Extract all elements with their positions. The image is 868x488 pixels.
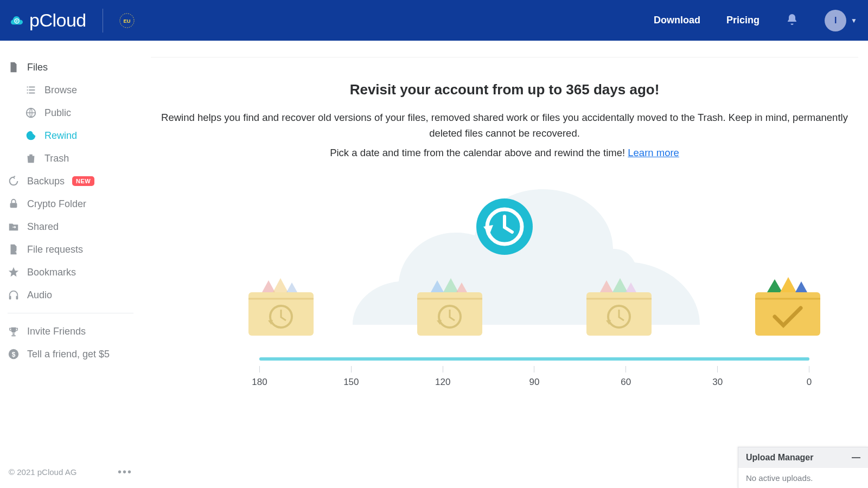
list-icon [25, 84, 37, 96]
timeline-slider[interactable]: 180 150 120 90 60 30 0 [259, 357, 809, 373]
divider [8, 313, 133, 313]
account-menu[interactable]: I ▼ [825, 10, 857, 31]
more-icon[interactable]: ••• [118, 466, 132, 478]
sidebar-label-audio: Audio [27, 290, 52, 301]
upload-manager-body: No active uploads. [738, 468, 868, 488]
tick-label: 120 [435, 377, 450, 388]
sidebar-label-trash: Trash [44, 153, 69, 164]
sidebar-item-public[interactable]: Public [0, 101, 141, 124]
svg-rect-9 [16, 296, 18, 299]
globe-icon [25, 107, 37, 119]
sidebar-item-backups[interactable]: Backups NEW [0, 170, 141, 192]
chevron-down-icon: ▼ [851, 17, 857, 24]
svg-text:$: $ [12, 351, 16, 358]
slider-ticks: 180 150 120 90 60 30 0 [259, 366, 809, 373]
pcloud-logo-icon: P [11, 15, 23, 27]
sidebar-label-public: Public [44, 107, 71, 119]
slider-fill [259, 357, 809, 361]
sidebar-label-backups: Backups [27, 176, 65, 187]
headphones-icon [8, 289, 20, 301]
svg-rect-6 [10, 203, 17, 208]
share-icon [8, 221, 20, 233]
trash-icon [25, 152, 37, 164]
minimize-icon[interactable]: — [852, 453, 860, 463]
sidebar-item-files[interactable]: Files [0, 56, 141, 79]
history-folder-icon [412, 276, 488, 343]
tick-label: 150 [343, 377, 359, 388]
brand-logo[interactable]: P pCloud EU [11, 9, 135, 33]
desc2-prefix: Pick a date and time from the calendar a… [330, 147, 628, 158]
sidebar-item-crypto[interactable]: Crypto Folder [0, 192, 141, 215]
tick-label: 60 [621, 377, 631, 388]
sidebar-label-shared: Shared [27, 221, 59, 233]
trophy-icon [8, 325, 20, 337]
history-folder-icon [581, 276, 657, 343]
sidebar-item-tell[interactable]: $ Tell a friend, get $5 [0, 343, 141, 365]
folder-row [243, 276, 826, 343]
upload-manager-title: Upload Manager [746, 453, 813, 463]
current-folder-icon [750, 276, 826, 343]
page-headline: Revisit your account from up to 365 days… [151, 81, 858, 98]
sidebar-item-invite[interactable]: Invite Friends [0, 320, 141, 343]
sidebar-label-invite: Invite Friends [27, 326, 86, 337]
slider-track [259, 357, 809, 361]
dollar-icon: $ [8, 348, 20, 360]
tick-label: 90 [529, 377, 540, 388]
notifications-icon[interactable] [786, 13, 799, 28]
rewind-illustration: 180 150 120 90 60 30 0 [151, 184, 858, 390]
sidebar-label-rewind: Rewind [44, 130, 77, 142]
header-right: Download Pricing I ▼ [654, 10, 857, 31]
upload-manager: Upload Manager — No active uploads. [738, 447, 868, 488]
main-content: Revisit your account from up to 365 days… [141, 41, 868, 488]
star-icon [8, 266, 20, 278]
sidebar-footer: © 2021 pCloud AG ••• [0, 456, 141, 488]
rewind-icon [25, 130, 37, 142]
nav-download[interactable]: Download [654, 15, 700, 26]
page-description-1: Rewind helps you find and recover old ve… [157, 110, 852, 141]
svg-text:P: P [16, 19, 18, 22]
sidebar-label-browse: Browse [44, 85, 77, 96]
history-folder-icon [243, 276, 319, 343]
lock-icon [8, 198, 20, 210]
svg-text:+: + [15, 249, 18, 255]
divider [103, 9, 103, 33]
sidebar-item-shared[interactable]: Shared [0, 215, 141, 238]
learn-more-link[interactable]: Learn more [628, 147, 679, 158]
sidebar-item-trash[interactable]: Trash [0, 147, 141, 170]
sidebar-label-file-requests: File requests [27, 244, 83, 255]
avatar: I [825, 10, 846, 31]
sidebar-item-rewind[interactable]: Rewind [0, 124, 141, 147]
svg-rect-8 [9, 296, 11, 299]
copyright: © 2021 pCloud AG [9, 467, 76, 477]
brand-name: pCloud [29, 10, 86, 31]
divider [151, 57, 858, 57]
page-description-2: Pick a date and time from the calendar a… [157, 145, 852, 161]
file-icon [8, 61, 20, 73]
tick-label: 0 [807, 377, 812, 388]
sidebar-label-crypto: Crypto Folder [27, 198, 86, 210]
app-header: P pCloud EU Download Pricing I ▼ [0, 0, 868, 41]
sidebar-item-audio[interactable]: Audio [0, 284, 141, 306]
file-request-icon: + [8, 243, 20, 255]
new-badge: NEW [72, 176, 94, 186]
svg-text:EU: EU [123, 18, 130, 23]
eu-badge-icon: EU [119, 13, 135, 28]
backup-icon [8, 175, 20, 187]
sidebar: Files Browse Public Rewind Trash Backups… [0, 41, 141, 488]
nav-pricing[interactable]: Pricing [726, 15, 760, 26]
sidebar-label-bookmarks: Bookmarks [27, 267, 76, 278]
sidebar-item-browse[interactable]: Browse [0, 79, 141, 101]
tick-label: 180 [252, 377, 267, 388]
sidebar-label-files: Files [27, 62, 48, 73]
tick-label: 30 [712, 377, 723, 388]
sidebar-item-file-requests[interactable]: + File requests [0, 238, 141, 261]
avatar-initial: I [834, 16, 837, 25]
sidebar-item-bookmarks[interactable]: Bookmarks [0, 261, 141, 284]
upload-manager-header[interactable]: Upload Manager — [738, 447, 868, 468]
rewind-badge-icon [475, 197, 534, 259]
sidebar-label-tell: Tell a friend, get $5 [27, 349, 110, 360]
